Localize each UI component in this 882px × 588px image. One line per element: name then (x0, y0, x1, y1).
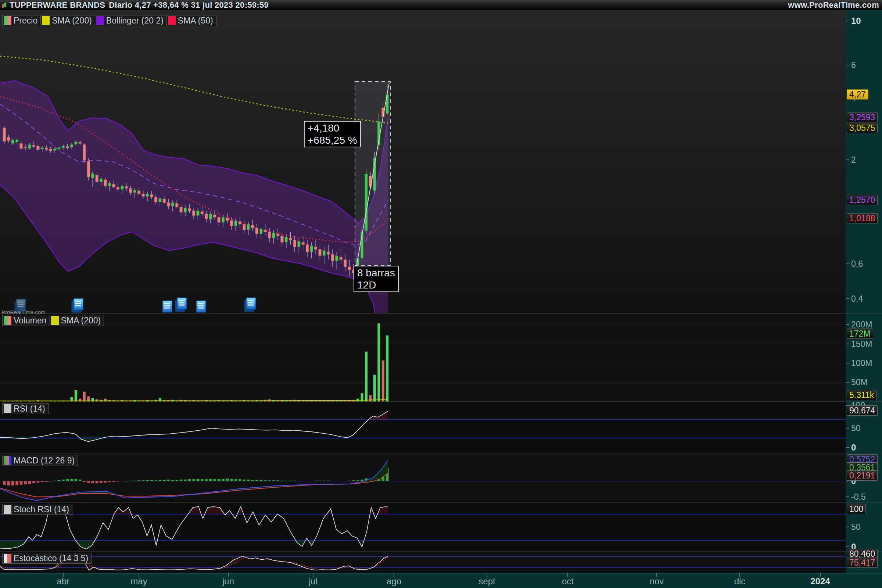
axis-tick-label: 200M (851, 320, 873, 330)
legend-item-macd-12-26-9-[interactable]: MACD (12 26 9) (2, 455, 78, 466)
legend-item-estoc-stico-14-3-5-[interactable]: Estocástico (14 3 5) (2, 553, 92, 564)
axis-tick-label: 50M (851, 377, 868, 387)
legend-volume-panel: VolumenSMA (200) (2, 315, 104, 326)
axis-tick-label: 100M (851, 358, 873, 368)
time-axis-label: jul (309, 576, 318, 586)
axis-value-badge: 3,2593 (847, 112, 878, 122)
legend-label: SMA (50) (178, 16, 213, 26)
axis-tick-label: 150M (851, 339, 873, 349)
prorealtime-window: TUPPERWARE BRANDS Diario 4,27 +38,64 % 3… (0, 0, 882, 588)
time-axis-label: ago (387, 576, 401, 586)
bars-duration: 12D (357, 279, 395, 291)
legend-item-sma-200-[interactable]: SMA (200) (41, 15, 95, 26)
axis-value-badge: 100 (847, 504, 866, 514)
legend-label: Stoch RSI (14) (14, 505, 69, 514)
legend-swatch (96, 16, 104, 25)
legend-swatch (4, 316, 11, 325)
time-axis-label: dic (734, 576, 746, 586)
axis-value-badge: 3,0575 (847, 123, 878, 133)
legend-item-precio[interactable]: Precio (2, 15, 41, 26)
bars-count: 8 barras (357, 267, 395, 279)
legend-swatch (4, 456, 11, 465)
axis-value-badge: 4,27 (847, 89, 868, 100)
legend-swatch (168, 16, 176, 25)
axis-value-badge: 5.311k (847, 390, 876, 400)
document-icon[interactable] (162, 301, 172, 312)
legend-label: Bollinger (20 2) (106, 16, 164, 26)
legend-rsi-panel: RSI (14) (2, 403, 48, 414)
legend-swatch (51, 316, 59, 325)
document-icon[interactable] (72, 298, 83, 312)
axis-tick-label: 10 (851, 16, 861, 26)
time-axis-label: jun (222, 576, 234, 586)
axis-value-badge: 172M (847, 328, 873, 339)
legend-item-sma-50-[interactable]: SMA (50) (167, 15, 216, 26)
legend-price-panel: PrecioSMA (200)Bollinger (20 2)SMA (50) (2, 15, 216, 26)
time-axis-label: sept (478, 576, 495, 586)
measure-change-pct: +685,25 % (308, 134, 357, 146)
instrument-title: TUPPERWARE BRANDS (9, 0, 105, 10)
axis-tick-label: 50 (851, 522, 861, 532)
legend-swatch (4, 404, 11, 413)
legend-item-rsi-14-[interactable]: RSI (14) (2, 403, 48, 414)
document-icon[interactable] (196, 301, 206, 312)
axis-tick-label: 0,4 (851, 294, 863, 304)
axis-value-badge: 0,2191 (847, 470, 878, 481)
axis-tick-label: 50 (851, 423, 861, 433)
legend-label: Volumen (14, 316, 46, 326)
axis-tick-label: -0,5 (851, 492, 866, 502)
time-axis-label: 2024 (810, 576, 830, 586)
time-axis-label: abr (57, 576, 70, 586)
legend-swatch (42, 16, 50, 25)
axis-tick-label: 0,6 (851, 259, 863, 269)
document-icon[interactable] (244, 298, 256, 312)
candlestick-icon (2, 2, 8, 8)
legend-stochrsi-panel: Stoch RSI (14) (2, 504, 72, 515)
document-icon[interactable] (175, 298, 187, 312)
legend-item-volumen[interactable]: Volumen (2, 315, 50, 326)
legend-item-stoch-rsi-14-[interactable]: Stoch RSI (14) (2, 504, 72, 515)
legend-label: MACD (12 26 9) (14, 456, 75, 466)
axis-value-badge: 75,417 (847, 558, 878, 568)
axis-tick-label: 6 (851, 60, 856, 70)
legend-label: Estocástico (14 3 5) (14, 554, 88, 563)
watermark: ProRealTime.com (2, 309, 45, 315)
legend-item-sma-200-[interactable]: SMA (200) (50, 315, 104, 326)
legend-swatch (4, 505, 11, 514)
time-axis-label: oct (562, 576, 574, 586)
measure-change: +4,180 (308, 122, 357, 134)
measure-tooltip: +4,180 +685,25 % (304, 121, 361, 147)
axis-value-badge: 1,0188 (847, 213, 878, 224)
legend-swatch (4, 554, 11, 562)
legend-stochastic-panel: Estocástico (14 3 5) (2, 553, 92, 564)
legend-macd-panel: MACD (12 26 9) (2, 455, 78, 466)
instrument-subtitle: Diario 4,27 +38,64 % 31 jul 2023 20:59:5… (109, 0, 268, 10)
legend-swatch (4, 16, 11, 25)
title-bar: TUPPERWARE BRANDS Diario 4,27 +38,64 % 3… (0, 0, 882, 10)
time-axis-label: may (130, 576, 147, 586)
axis-tick-label: 2 (851, 155, 856, 165)
legend-label: Precio (14, 16, 38, 26)
axis-value-badge: 90,674 (847, 405, 878, 416)
bars-tooltip: 8 barras 12D (354, 266, 399, 292)
legend-label: SMA (200) (52, 16, 92, 26)
legend-label: RSI (14) (14, 404, 45, 414)
time-axis-label: nov (650, 576, 664, 586)
axis-tick-label: 0 (851, 442, 856, 453)
axis-value-badge: 1,2570 (847, 195, 878, 205)
brand-link: www.ProRealTime.com (788, 0, 879, 10)
chart-canvas[interactable] (0, 0, 882, 588)
legend-label: SMA (200) (61, 316, 101, 326)
legend-item-bollinger-20-2-[interactable]: Bollinger (20 2) (95, 15, 167, 26)
